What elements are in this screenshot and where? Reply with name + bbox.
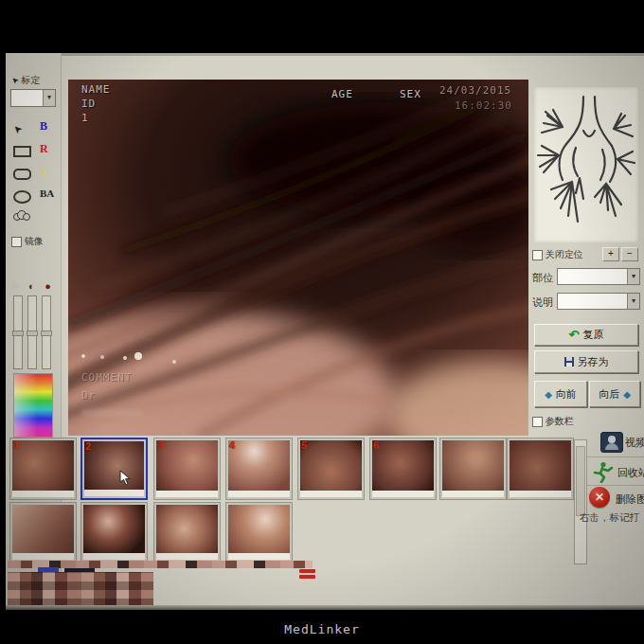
censored-strip-main — [8, 572, 153, 607]
video-label[interactable]: 视频 — [625, 436, 644, 450]
recycle-label[interactable]: 回收站 — [617, 466, 644, 480]
backward-button[interactable]: 向后 ◆ — [589, 381, 640, 407]
zoom-out-button[interactable]: − — [621, 247, 638, 261]
thumbnail-10[interactable] — [80, 502, 148, 563]
tool-select[interactable]: ➤ B — [13, 119, 59, 138]
thumbnail-image — [156, 440, 218, 491]
video-icon[interactable] — [600, 432, 623, 453]
close-positioning-row[interactable]: 关闭定位 — [532, 248, 583, 261]
thumbnail-image — [12, 505, 74, 553]
label-r: R — [40, 142, 48, 156]
thumbnail-1[interactable]: 1 — [9, 438, 77, 500]
thumbnail-7[interactable] — [439, 438, 507, 500]
overlay-id-label: ID — [81, 98, 96, 110]
thumbnail-5[interactable]: 5 — [297, 438, 365, 500]
tool-ellipse[interactable]: BA — [13, 188, 59, 206]
watermark-text: MedLinker — [0, 622, 644, 636]
cursor-icon: ➤ — [9, 75, 21, 86]
save-as-button[interactable]: 另存为 — [534, 350, 638, 373]
thumbnail-image — [372, 440, 434, 491]
calibrate-tool[interactable]: ➤ 标定 — [11, 74, 40, 87]
thumbnail-image — [12, 440, 74, 491]
thumbnail-image — [83, 505, 145, 553]
contrast-icon[interactable]: ◐ — [28, 280, 38, 292]
thumbnail-9[interactable] — [9, 502, 77, 563]
thumbnail-8[interactable] — [507, 438, 574, 500]
thumbnail-label-strip — [372, 491, 434, 497]
recycle-runner-icon[interactable] — [591, 460, 614, 483]
overlay-name-label: NAME — [81, 83, 111, 96]
thumbnail-label-strip — [156, 553, 218, 560]
label-b: B — [40, 119, 47, 134]
thumbnail-12[interactable] — [225, 502, 293, 563]
checkbox-icon[interactable] — [532, 250, 543, 260]
chevron-down-icon[interactable]: ▾ — [627, 294, 639, 309]
forward-button[interactable]: ◆ 向前 — [534, 381, 587, 407]
delete-label[interactable]: 删除图 — [616, 492, 644, 507]
description-dropdown[interactable]: ▾ — [557, 293, 640, 310]
bronchial-tree-card — [534, 87, 638, 242]
thumbnail-label-strip — [12, 491, 74, 497]
mirror-label: 镜像 — [25, 236, 44, 246]
thumbnail-6[interactable]: 6 — [369, 438, 437, 500]
part-dropdown[interactable]: ▾ — [557, 268, 640, 285]
tool-rounded-rect[interactable]: Y — [13, 165, 59, 184]
bronchial-tree-diagram — [534, 87, 638, 242]
zoom-in-button[interactable]: + — [602, 247, 619, 261]
thumbnail-number: 2 — [85, 440, 91, 452]
window-bottom-edge — [6, 605, 644, 610]
thumbnail-scrollbar[interactable] — [574, 439, 587, 564]
overlay-doctor: Dr — [81, 389, 96, 402]
chevron-down-icon[interactable]: ▾ — [43, 90, 55, 106]
slider-contrast[interactable] — [27, 295, 37, 369]
backward-label: 向后 — [599, 387, 619, 402]
toolbar-dropdown[interactable]: ▾ — [10, 89, 56, 107]
slider-color[interactable] — [42, 295, 51, 369]
label-y: Y — [40, 165, 48, 179]
thumbnail-4[interactable]: 4 — [225, 438, 293, 500]
ellipse-tool-icon — [13, 190, 31, 204]
overlay-illegible-line — [81, 409, 142, 417]
thumbnail-11[interactable] — [153, 502, 221, 563]
thumbnail-label-strip — [300, 491, 362, 497]
app-window: ➤ 标定 ▾ ➤ B R Y BA — [6, 53, 644, 610]
rectangle-tool-icon — [13, 146, 31, 157]
color-palette-bar[interactable] — [13, 373, 53, 438]
chevron-down-icon[interactable]: ▾ — [627, 269, 639, 284]
screen-photo: ➤ 标定 ▾ ➤ B R Y BA — [0, 0, 644, 644]
restore-button[interactable]: ↶ 复原 — [534, 324, 638, 346]
checkbox-icon[interactable] — [11, 237, 22, 247]
forward-label: 向前 — [556, 387, 577, 402]
adjustment-icons: ○ ◐ ● — [12, 277, 54, 294]
thumbnail-image — [510, 440, 571, 491]
overlay-id-value: 1 — [81, 112, 89, 124]
thumbnail-2-selected[interactable]: 2 — [80, 438, 148, 500]
scrollbar-thumb[interactable] — [576, 446, 585, 516]
tool-cloud[interactable] — [13, 210, 59, 229]
thumbnail-number: 3 — [157, 439, 163, 451]
diamond-right-icon: ◆ — [623, 389, 631, 400]
tool-rectangle[interactable]: R — [13, 142, 59, 161]
color-icon[interactable]: ● — [45, 280, 54, 292]
mirror-checkbox-row[interactable]: 镜像 — [11, 235, 44, 248]
delete-icon[interactable]: ✕ — [589, 487, 610, 508]
thumbnail-number: 1 — [13, 439, 19, 451]
thumbnail-label-strip — [228, 553, 290, 560]
param-bar-row[interactable]: 参数栏 — [532, 415, 574, 428]
checkbox-icon[interactable] — [532, 417, 543, 427]
thumbnail-label-strip — [442, 491, 504, 497]
rounded-rect-tool-icon — [13, 169, 31, 180]
endoscopy-main-image: NAME ID 1 AGE SEX 24/03/2015 16:02:30 CO… — [68, 80, 528, 436]
slider-brightness[interactable] — [13, 295, 23, 369]
thumbnail-label-strip — [12, 553, 74, 560]
thumbnail-3[interactable]: 3 — [153, 438, 221, 500]
thumbnail-number: 6 — [373, 439, 379, 451]
thumbnail-image — [442, 440, 504, 491]
brightness-icon[interactable]: ○ — [12, 280, 22, 292]
calibrate-label: 标定 — [21, 75, 40, 85]
overlay-sex-label: SEX — [400, 88, 421, 100]
separator — [587, 485, 644, 486]
save-icon — [564, 357, 574, 367]
thumbnail-label-strip — [84, 490, 144, 496]
endoscopy-image-render — [68, 80, 528, 436]
